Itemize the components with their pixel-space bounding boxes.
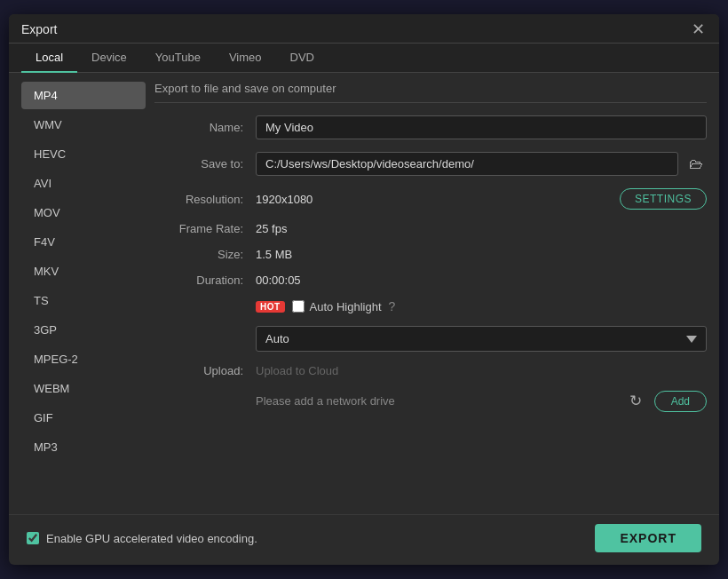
format-mov[interactable]: MOV (21, 199, 146, 226)
duration-label: Duration: (154, 274, 243, 287)
tab-device[interactable]: Device (77, 44, 141, 73)
settings-button[interactable]: SETTINGS (620, 188, 707, 210)
format-mpeg2[interactable]: MPEG-2 (21, 345, 146, 373)
auto-dropdown-field: Auto 1080p 720p 480p (256, 326, 707, 352)
main-panel: Export to file and save on computer Name… (154, 82, 707, 502)
format-mp3[interactable]: MP3 (21, 433, 146, 461)
duration-row: Duration: 00:00:05 (154, 274, 707, 287)
resolution-field: 1920x1080 SETTINGS (256, 188, 707, 210)
network-drive-text: Please add a network drive (256, 394, 617, 408)
format-mkv[interactable]: MKV (21, 258, 146, 285)
frame-rate-value: 25 fps (256, 222, 707, 235)
dialog-header: Export ✕ (9, 14, 719, 44)
save-path-input[interactable] (256, 152, 678, 176)
refresh-icon: ↻ (629, 393, 642, 409)
autohighlight-checkbox[interactable] (292, 300, 305, 313)
save-to-label: Save to: (154, 157, 243, 171)
upload-label: Upload: (154, 364, 243, 377)
format-list: MP4 WMV HEVC AVI MOV F4V MKV TS 3GP MPEG… (21, 82, 146, 502)
dialog-title: Export (21, 22, 57, 36)
resolution-row: Resolution: 1920x1080 SETTINGS (154, 188, 707, 210)
name-row: Name: (154, 115, 707, 139)
name-label: Name: (154, 121, 243, 134)
autohighlight-field: HOT Auto Highlight ? (256, 299, 395, 313)
format-webm[interactable]: WEBM (21, 375, 146, 402)
hot-badge: HOT (256, 301, 285, 313)
folder-icon: 🗁 (689, 156, 703, 171)
format-wmv[interactable]: WMV (21, 111, 146, 139)
help-icon[interactable]: ? (389, 299, 396, 313)
close-button[interactable]: ✕ (690, 21, 707, 37)
network-drive-field: Please add a network drive ↻ Add (256, 390, 707, 412)
auto-dropdown[interactable]: Auto 1080p 720p 480p (256, 326, 707, 352)
size-label: Size: (154, 248, 243, 261)
auto-dropdown-row: Auto 1080p 720p 480p (154, 326, 707, 352)
dialog-footer: Enable GPU accelerated video encoding. E… (9, 514, 719, 565)
save-to-row: Save to: 🗁 (154, 152, 707, 176)
export-button[interactable]: EXPORT (595, 524, 701, 552)
gpu-checkbox[interactable] (27, 532, 39, 544)
format-3gp[interactable]: 3GP (21, 316, 146, 344)
network-drive-row: Please add a network drive ↻ Add (154, 390, 707, 412)
size-row: Size: 1.5 MB (154, 248, 707, 261)
gpu-checkbox-label[interactable]: Enable GPU accelerated video encoding. (27, 532, 257, 545)
format-mp4[interactable]: MP4 (21, 82, 146, 109)
tab-vimeo[interactable]: Vimeo (215, 44, 276, 73)
name-input[interactable] (256, 115, 707, 139)
export-description: Export to file and save on computer (154, 82, 707, 103)
dialog-content: MP4 WMV HEVC AVI MOV F4V MKV TS 3GP MPEG… (9, 73, 719, 514)
format-ts[interactable]: TS (21, 287, 146, 314)
resolution-label: Resolution: (154, 193, 243, 206)
gpu-label-text: Enable GPU accelerated video encoding. (46, 532, 257, 545)
autohighlight-checkbox-label[interactable]: Auto Highlight (292, 300, 382, 313)
add-button[interactable]: Add (654, 391, 707, 412)
autohighlight-row: HOT Auto Highlight ? (154, 299, 707, 313)
size-value: 1.5 MB (256, 248, 707, 261)
resolution-value: 1920x1080 (256, 193, 609, 206)
tab-bar: Local Device YouTube Vimeo DVD (9, 44, 719, 73)
upload-row: Upload: Upload to Cloud (154, 364, 707, 377)
autohighlight-label: Auto Highlight (310, 300, 382, 313)
tab-dvd[interactable]: DVD (276, 44, 328, 73)
format-hevc[interactable]: HEVC (21, 140, 146, 168)
duration-value: 00:00:05 (256, 274, 707, 287)
tab-youtube[interactable]: YouTube (141, 44, 215, 73)
format-f4v[interactable]: F4V (21, 228, 146, 256)
frame-rate-label: Frame Rate: (154, 222, 243, 235)
save-to-field: 🗁 (256, 152, 707, 176)
format-gif[interactable]: GIF (21, 404, 146, 432)
tab-local[interactable]: Local (21, 44, 77, 73)
format-avi[interactable]: AVI (21, 170, 146, 197)
browse-folder-button[interactable]: 🗁 (685, 155, 707, 174)
refresh-button[interactable]: ↻ (626, 390, 645, 412)
upload-cloud-label: Upload to Cloud (256, 364, 338, 377)
export-dialog: Export ✕ Local Device YouTube Vimeo DVD … (9, 14, 719, 565)
frame-rate-row: Frame Rate: 25 fps (154, 222, 707, 235)
